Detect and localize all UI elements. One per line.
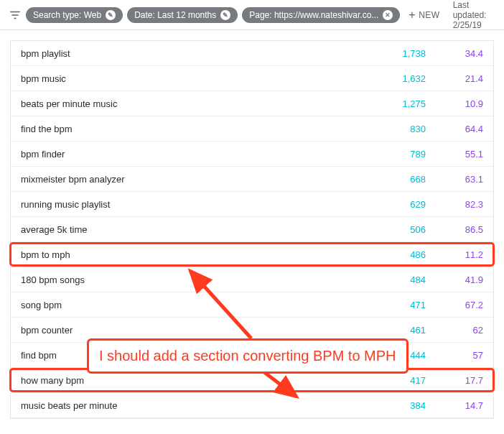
count-cell: 484 bbox=[361, 274, 426, 285]
chip-date[interactable]: Date: Last 12 months ✎ bbox=[127, 7, 238, 23]
value-cell: 34.4 bbox=[426, 48, 483, 59]
query-cell: bpm to mph bbox=[21, 249, 361, 260]
count-cell: 1,632 bbox=[361, 73, 426, 84]
value-cell: 63.1 bbox=[426, 174, 483, 185]
query-cell: how many bpm bbox=[21, 375, 361, 386]
table-row[interactable]: how many bpm41717.7 bbox=[11, 368, 493, 393]
count-cell: 1,275 bbox=[361, 98, 426, 109]
pencil-icon: ✎ bbox=[220, 10, 230, 20]
table-row[interactable]: bpm playlist1,73834.4 bbox=[11, 41, 493, 66]
value-cell: 62 bbox=[426, 325, 483, 336]
query-cell: song bpm bbox=[21, 300, 361, 310]
value-cell: 67.2 bbox=[426, 300, 483, 310]
count-cell: 1,738 bbox=[361, 48, 426, 59]
new-filter-button[interactable]: + NEW bbox=[404, 6, 444, 24]
query-cell: average 5k time bbox=[21, 224, 361, 235]
query-cell: bpm finder bbox=[21, 149, 361, 160]
count-cell: 417 bbox=[361, 375, 426, 386]
pencil-icon: ✎ bbox=[106, 10, 116, 20]
value-cell: 10.9 bbox=[426, 98, 483, 109]
filter-icon[interactable] bbox=[9, 7, 22, 23]
new-label: NEW bbox=[419, 10, 440, 20]
chip-label: Page: https://www.nateshivar.co... bbox=[249, 10, 378, 20]
value-cell: 86.5 bbox=[426, 224, 483, 235]
chip-search-type[interactable]: Search type: Web ✎ bbox=[26, 7, 123, 23]
table-row[interactable]: average 5k time50686.5 bbox=[11, 217, 493, 242]
query-cell: bpm playlist bbox=[21, 48, 361, 59]
count-cell: 486 bbox=[361, 249, 426, 260]
table-row[interactable]: music beats per minute38414.7 bbox=[11, 393, 493, 418]
value-cell: 41.9 bbox=[426, 274, 483, 285]
table-row[interactable]: find the bpm83064.4 bbox=[11, 116, 493, 142]
table-row[interactable]: find bpm44457 bbox=[11, 343, 493, 368]
table-row[interactable]: bpm counter46162 bbox=[11, 318, 493, 343]
query-cell: find bpm bbox=[21, 350, 361, 361]
value-cell: 11.2 bbox=[426, 249, 483, 260]
count-cell: 471 bbox=[361, 300, 426, 310]
table-row[interactable]: beats per minute music1,27510.9 bbox=[11, 91, 493, 116]
query-cell: music beats per minute bbox=[21, 400, 361, 411]
value-cell: 64.4 bbox=[426, 124, 483, 134]
count-cell: 830 bbox=[361, 124, 426, 134]
queries-table: bpm playlist1,73834.4bpm music1,63221.4b… bbox=[10, 40, 494, 419]
query-cell: mixmeister bpm analyzer bbox=[21, 174, 361, 185]
table-row[interactable]: bpm to mph48611.2 bbox=[11, 242, 493, 267]
table-row[interactable]: 180 bpm songs48441.9 bbox=[11, 267, 493, 292]
last-updated: Last updated: 2/25/19 bbox=[453, 0, 495, 30]
chip-label: Search type: Web bbox=[33, 10, 101, 20]
chip-page[interactable]: Page: https://www.nateshivar.co... ✕ bbox=[242, 7, 400, 23]
value-cell: 55.1 bbox=[426, 149, 483, 160]
table-row[interactable]: bpm music1,63221.4 bbox=[11, 66, 493, 91]
count-cell: 506 bbox=[361, 224, 426, 235]
table-row[interactable]: bpm finder78955.1 bbox=[11, 142, 493, 167]
table-row[interactable]: running music playlist62982.3 bbox=[11, 192, 493, 217]
query-cell: running music playlist bbox=[21, 199, 361, 210]
value-cell: 57 bbox=[426, 350, 483, 361]
query-cell: bpm counter bbox=[21, 325, 361, 336]
chip-label: Date: Last 12 months bbox=[134, 10, 216, 20]
count-cell: 668 bbox=[361, 174, 426, 185]
plus-icon: + bbox=[409, 9, 416, 21]
count-cell: 789 bbox=[361, 149, 426, 160]
count-cell: 461 bbox=[361, 325, 426, 336]
value-cell: 82.3 bbox=[426, 199, 483, 210]
table-row[interactable]: mixmeister bpm analyzer66863.1 bbox=[11, 167, 493, 192]
filter-bar: Search type: Web ✎ Date: Last 12 months … bbox=[0, 0, 504, 30]
query-cell: bpm music bbox=[21, 73, 361, 84]
close-icon[interactable]: ✕ bbox=[383, 10, 393, 20]
count-cell: 384 bbox=[361, 400, 426, 411]
value-cell: 14.7 bbox=[426, 400, 483, 411]
count-cell: 444 bbox=[361, 350, 426, 361]
count-cell: 629 bbox=[361, 199, 426, 210]
value-cell: 17.7 bbox=[426, 375, 483, 386]
query-cell: beats per minute music bbox=[21, 98, 361, 109]
query-cell: find the bpm bbox=[21, 124, 361, 134]
table-row[interactable]: song bpm47167.2 bbox=[11, 292, 493, 318]
value-cell: 21.4 bbox=[426, 73, 483, 84]
query-cell: 180 bpm songs bbox=[21, 274, 361, 285]
